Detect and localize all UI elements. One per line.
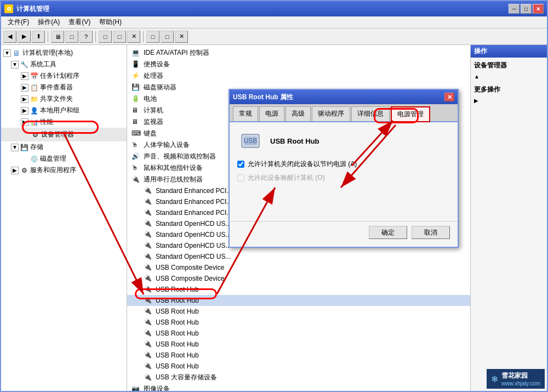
computer-icon: 🖥	[12, 49, 21, 58]
tree-label-system-tools: 系统工具	[30, 60, 56, 69]
device-label-root-hub-5: USB Root Hub	[156, 329, 199, 337]
device-usb-root-hub-1[interactable]: 🔌 USB Root Hub	[127, 284, 470, 295]
device-usb-root-hub-3[interactable]: 🔌 USB Root Hub	[127, 306, 470, 317]
device-label-mouse: 鼠标和其他指针设备	[144, 163, 203, 173]
device-label-hid: 人体学输入设备	[144, 140, 190, 150]
toolbar-btn-7[interactable]: □	[161, 31, 174, 43]
disk-icon: 💿	[30, 155, 38, 163]
tree-item-event-viewer[interactable]: ▶ 📋 事件查看器	[1, 82, 127, 93]
device-usb-composite-1[interactable]: 🔌 USB Composite Device	[127, 262, 470, 273]
dialog-cancel-button[interactable]: 取消	[412, 226, 450, 239]
show-hide-button[interactable]: 🖥	[51, 31, 64, 43]
close-button[interactable]: ✕	[533, 4, 544, 14]
toolbar-btn-3[interactable]: □	[99, 31, 112, 43]
allow-shutdown-label: 允许计算机关闭此设备以节约电源 (A)	[248, 160, 357, 169]
expander-task[interactable]: ▶	[21, 72, 28, 80]
device-usb-root-hub-5[interactable]: 🔌 USB Root Hub	[127, 328, 470, 339]
toolbar-btn-2[interactable]: □	[65, 31, 78, 43]
storage-icon: 💾	[20, 143, 28, 152]
tree-label-storage: 存储	[30, 143, 43, 152]
usb-root-hub-icon-3: 🔌	[144, 307, 152, 316]
tree-item-performance[interactable]: ▶ 📊 性能	[1, 116, 127, 128]
system-tools-icon: 🔧	[20, 60, 28, 69]
expander-system[interactable]: ▼	[11, 61, 19, 69]
expander-shared[interactable]: ▶	[21, 95, 28, 103]
device-label-std-enhanced-2: Standard Enhanced PCI...	[156, 198, 232, 206]
toolbar-btn-6[interactable]: □	[146, 31, 159, 43]
toolbar-btn-8[interactable]: ✕	[175, 31, 188, 43]
left-panel-tree: ▼ 🖥 计算机管理(本地) ▼ 🔧 系统工具 ▶ 📅 任务计划程序 ▶ 📋 事件…	[1, 45, 127, 391]
toolbar-btn-5[interactable]: ✕	[127, 31, 140, 43]
device-label-std-openhcd-2: Standard OpenHCD US...	[156, 231, 231, 238]
menu-view[interactable]: 查看(V)	[64, 16, 95, 28]
device-usb-root-hub-7[interactable]: 🔌 USB Root Hub	[127, 350, 470, 361]
device-label-std-openhcd-1: Standard OpenHCD US...	[156, 220, 231, 228]
allow-wakeup-checkbox[interactable]	[237, 174, 244, 181]
actions-section-more: 更多操作 ▶	[474, 85, 544, 105]
device-usb-root-hub-2-selected[interactable]: 🔌 USB Root Hub	[127, 295, 470, 306]
menu-bar: 文件(F) 操作(A) 查看(V) 帮助(H)	[1, 16, 547, 29]
up-button[interactable]: ⬆	[32, 31, 45, 43]
tree-item-services[interactable]: ▶ ⚙ 服务和应用程序	[1, 164, 127, 176]
tree-item-local-users[interactable]: ▶ 👤 本地用户和组	[1, 105, 127, 116]
expander-root[interactable]: ▼	[3, 49, 11, 57]
disk-drive-icon: 💾	[132, 83, 140, 92]
tree-item-disk-mgmt[interactable]: 💿 磁盘管理	[1, 153, 127, 164]
menu-help[interactable]: 帮助(H)	[95, 16, 126, 28]
tab-power[interactable]: 电源	[259, 106, 284, 121]
tree-item-system-tools[interactable]: ▼ 🔧 系统工具	[1, 59, 127, 70]
tree-item-shared-folders[interactable]: ▶ 📁 共享文件夹	[1, 93, 127, 105]
dialog-title-bar: USB Root Hub 属性 ✕	[230, 90, 458, 104]
forward-button[interactable]: ▶	[18, 31, 31, 43]
device-label-root-hub-6: USB Root Hub	[156, 340, 199, 348]
tree-label-root: 计算机管理(本地)	[22, 48, 73, 58]
device-std-openhcd-4[interactable]: 🔌 Standard OpenHCD US...	[127, 251, 470, 262]
device-cpu[interactable]: ⚡ 处理器	[127, 70, 470, 82]
back-button[interactable]: ◀	[3, 31, 16, 43]
dialog-close-button[interactable]: ✕	[444, 93, 454, 101]
tree-item-storage[interactable]: ▼ 💾 存储	[1, 141, 127, 153]
device-usb-root-hub-4[interactable]: 🔌 USB Root Hub	[127, 317, 470, 328]
dialog-buttons: 确定 取消	[230, 221, 458, 247]
audio-icon: 🔊	[132, 152, 140, 161]
device-usb-root-hub-6[interactable]: 🔌 USB Root Hub	[127, 339, 470, 350]
tab-details[interactable]: 详细信息	[351, 106, 390, 121]
minimize-button[interactable]: ─	[509, 4, 520, 14]
usb-chip-icon-3: 🔌	[144, 208, 152, 217]
device-ide[interactable]: 💻 IDE ATA/ATAPI 控制器	[127, 47, 470, 59]
tree-item-task-scheduler[interactable]: ▶ 📅 任务计划程序	[1, 70, 127, 82]
help-button[interactable]: ?	[79, 31, 93, 43]
expander-perf[interactable]: ▶	[21, 118, 28, 126]
checkbox-allow-wakeup: 允许此设备唤醒计算机 (O)	[237, 173, 450, 183]
device-usb-root-hub-8[interactable]: 🔌 USB Root Hub	[127, 361, 470, 372]
tree-item-device-manager[interactable]: ⚙ 设备管理器	[1, 128, 127, 141]
expander-storage[interactable]: ▼	[11, 144, 19, 151]
menu-action[interactable]: 操作(A)	[33, 16, 64, 28]
tab-advanced[interactable]: 高级	[286, 106, 311, 121]
allow-shutdown-checkbox[interactable]	[237, 161, 244, 168]
menu-file[interactable]: 文件(F)	[3, 16, 33, 28]
tab-general[interactable]: 常规	[233, 106, 258, 121]
device-usb-composite-2[interactable]: 🔌 USB Composite Device	[127, 273, 470, 284]
tab-power-management[interactable]: 电源管理	[391, 106, 430, 122]
device-usb-mass-storage[interactable]: 🔌 USB 大容量存储设备	[127, 372, 470, 383]
tree-item-root[interactable]: ▼ 🖥 计算机管理(本地)	[1, 47, 127, 59]
usb-mass-icon: 🔌	[144, 373, 152, 382]
expander-event[interactable]: ▶	[21, 84, 28, 92]
device-imaging[interactable]: 📷 图像设备	[127, 383, 470, 391]
main-window: ⚙ 计算机管理 ─ □ ✕ 文件(F) 操作(A) 查看(V) 帮助(H) ◀ …	[0, 0, 548, 392]
tab-driver[interactable]: 驱动程序	[312, 106, 350, 121]
expander-users[interactable]: ▶	[21, 107, 28, 115]
device-label-cpu: 处理器	[144, 71, 163, 81]
dialog-body: USB USB Root Hub 允许计算机关闭此设备以节约电源 (A) 允许此…	[230, 122, 458, 221]
actions-section-title-2: 更多操作	[474, 85, 544, 94]
window-controls: ─ □ ✕	[509, 4, 544, 14]
device-portable[interactable]: 📱 便携设备	[127, 59, 470, 70]
maximize-button[interactable]: □	[521, 4, 532, 14]
actions-expand-icon: ▲	[474, 73, 480, 79]
expander-services[interactable]: ▶	[11, 167, 19, 174]
dialog-ok-button[interactable]: 确定	[369, 226, 407, 239]
dialog-device-name: USB Root Hub	[270, 137, 319, 145]
dialog-device-header: USB USB Root Hub	[237, 130, 450, 152]
toolbar-btn-4[interactable]: □	[113, 31, 126, 43]
